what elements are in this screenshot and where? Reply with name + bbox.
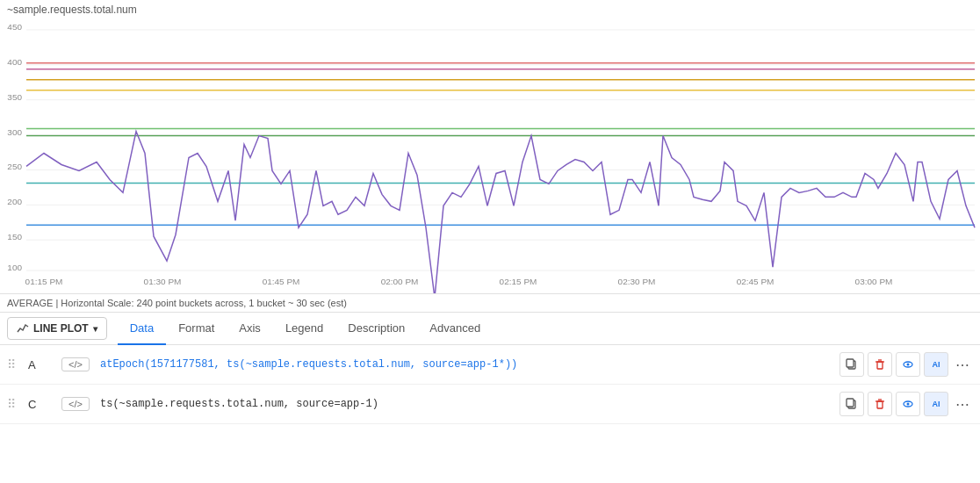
copy-icon [846, 398, 858, 410]
svg-text:02:30 PM: 02:30 PM [618, 277, 656, 286]
copy-icon [846, 358, 858, 371]
table-row: ⠿ A </> atEpoch(1571177581, ts(~sample.r… [0, 345, 980, 385]
svg-text:02:45 PM: 02:45 PM [737, 277, 775, 286]
tab-format[interactable]: Format [166, 313, 227, 345]
svg-text:450: 450 [7, 22, 22, 32]
chevron-down-icon: ▾ [93, 324, 97, 334]
tab-description[interactable]: Description [335, 313, 417, 345]
chart-title: ~sample.requests.total.num [0, 0, 980, 18]
table-row: ⠿ C </> ts(~sample.requests.total.num, s… [0, 385, 980, 424]
delete-button-c[interactable] [868, 392, 892, 416]
tabs-bar: LINE PLOT ▾ Data Format Axis Legend Desc… [0, 313, 980, 345]
delete-button-a[interactable] [868, 352, 892, 377]
eye-button-c[interactable] [896, 392, 920, 416]
expression-c: ts(~sample.requests.total.num, source=ap… [97, 398, 832, 410]
tab-data[interactable]: Data [118, 313, 166, 345]
svg-rect-40 [847, 399, 854, 407]
svg-rect-41 [877, 401, 883, 408]
svg-text:02:15 PM: 02:15 PM [500, 277, 537, 286]
code-tag-a[interactable]: </> [61, 357, 90, 371]
line-plot-icon [17, 322, 29, 335]
chart-svg: 450 400 350 300 250 200 150 100 01:15 PM… [0, 18, 980, 293]
svg-text:400: 400 [7, 57, 22, 67]
plot-type-label: LINE PLOT [33, 322, 89, 335]
svg-point-45 [907, 403, 910, 406]
row-label-c: C [28, 398, 54, 411]
svg-text:02:00 PM: 02:00 PM [381, 277, 419, 286]
row-actions-a: AI ⋯ [839, 352, 973, 377]
more-button-c[interactable]: ⋯ [952, 394, 973, 415]
svg-text:01:30 PM: 01:30 PM [144, 277, 182, 286]
svg-text:01:45 PM: 01:45 PM [263, 277, 300, 286]
data-rows: ⠿ A </> atEpoch(1571177581, ts(~sample.r… [0, 345, 980, 424]
svg-text:150: 150 [7, 232, 22, 242]
svg-rect-33 [847, 359, 854, 367]
svg-text:350: 350 [7, 92, 22, 102]
tab-axis[interactable]: Axis [227, 313, 273, 345]
svg-text:250: 250 [7, 162, 22, 171]
expression-a: atEpoch(1571177581, ts(~sample.requests.… [97, 358, 832, 371]
eye-button-a[interactable] [896, 352, 920, 377]
more-button-a[interactable]: ⋯ [952, 355, 973, 375]
ai-button-a[interactable]: AI [924, 352, 948, 377]
copy-button-a[interactable] [839, 352, 864, 377]
svg-text:200: 200 [7, 197, 22, 206]
chart-area: 450 400 350 300 250 200 150 100 01:15 PM… [0, 18, 980, 294]
drag-handle[interactable]: ⠿ [7, 397, 21, 411]
svg-rect-34 [877, 362, 883, 369]
svg-text:01:15 PM: 01:15 PM [25, 277, 63, 286]
eye-icon [902, 358, 914, 371]
row-actions-c: AI ⋯ [839, 392, 973, 416]
trash-icon [874, 358, 886, 371]
ai-button-c[interactable]: AI [924, 392, 948, 416]
svg-text:100: 100 [7, 263, 22, 272]
trash-icon [874, 398, 886, 410]
copy-button-c[interactable] [839, 392, 864, 416]
drag-handle[interactable]: ⠿ [7, 357, 21, 371]
chart-footer: AVERAGE | Horizontal Scale: 240 point bu… [0, 294, 980, 313]
eye-icon [902, 398, 914, 410]
svg-text:300: 300 [7, 127, 22, 137]
svg-text:03:00 PM: 03:00 PM [855, 277, 893, 286]
row-label-a: A [28, 358, 54, 371]
plot-type-button[interactable]: LINE PLOT ▾ [7, 317, 107, 340]
tab-legend[interactable]: Legend [273, 313, 335, 345]
svg-point-38 [907, 364, 910, 366]
code-tag-c[interactable]: </> [61, 397, 90, 411]
tab-advanced[interactable]: Advanced [417, 313, 493, 345]
